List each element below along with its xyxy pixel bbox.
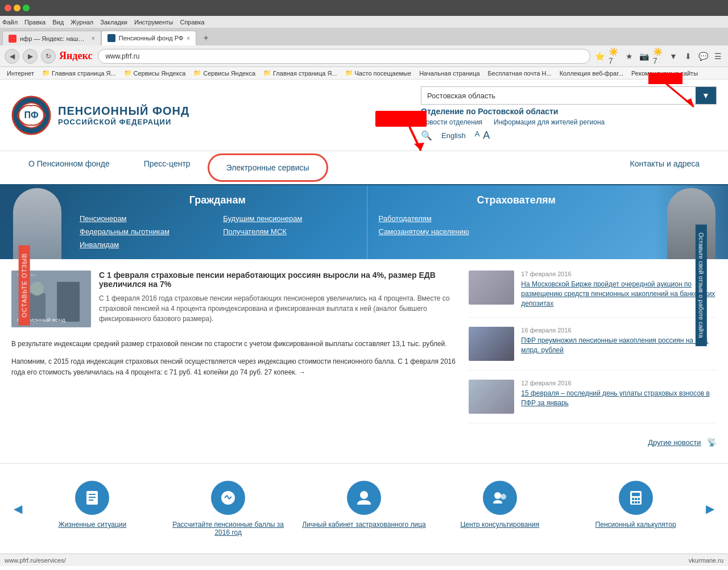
minimize-button[interactable]: [14, 5, 20, 11]
logo-area: ПФ ПЕНСИОННЫЙ ФОНД РОССИЙСКОЙ ФЕДЕРАЦИИ: [11, 95, 189, 135]
menu-tools[interactable]: Инструменты: [134, 19, 173, 26]
download-icon[interactable]: ⬇: [682, 51, 694, 62]
service-item-calculator[interactable]: Пенсионный калькулятор: [568, 475, 704, 542]
menu-help[interactable]: Справка: [180, 19, 204, 26]
region-dropdown-arrow[interactable]: ▼: [696, 87, 716, 104]
services-right-arrow[interactable]: ▶: [704, 475, 717, 542]
bookmark-home[interactable]: Начальная страница: [416, 69, 483, 78]
browser-toolbar: ◀ ▶ ↻ Яндекс www.pfrf.ru ⭐ ☀️7 ★ 📷 ☀️7 ▼…: [0, 45, 728, 67]
service-icon-calculator: [619, 481, 653, 515]
hero-content: Гражданам Пенсионерам Будущим пенсионера…: [0, 185, 728, 259]
hero-link-msk-recipients[interactable]: Получателям МСК: [223, 227, 355, 236]
hero-employers-links: Работодателям Самозанятому населению: [379, 214, 655, 236]
back-button[interactable]: ◀: [5, 49, 19, 64]
hero-link-pensioners[interactable]: Пенсионерам: [80, 214, 212, 223]
svg-point-19: [500, 494, 506, 500]
rss-icon[interactable]: 📡: [707, 438, 717, 447]
menu-journal[interactable]: Журнал: [71, 19, 93, 26]
screenshot-icon[interactable]: 📷: [638, 51, 650, 62]
menu-icon[interactable]: ☰: [712, 51, 723, 62]
menu-bookmarks[interactable]: Закладки: [100, 19, 127, 26]
main-news-item: ПЕНСИОННЫЙ ФОНД OF THE RU... С 1 февраля…: [11, 271, 457, 327]
svg-rect-27: [638, 501, 640, 504]
tab-pfrf[interactable]: Пенсионный фонд РФ ×: [101, 31, 196, 45]
hero-link-future-pensioners[interactable]: Будущим пенсионерам: [223, 214, 355, 223]
region-info: Отделение по Ростовской области: [421, 107, 717, 116]
bookmark-internet[interactable]: Интернет: [3, 69, 38, 78]
svg-rect-24: [638, 498, 640, 500]
region-selector[interactable]: Ростовская область ▼: [421, 86, 717, 105]
bookmark-webfrag[interactable]: Коллекция веб-фраг...: [556, 69, 627, 78]
region-info-link[interactable]: Информация для жителей региона: [494, 118, 605, 126]
nav-item-press[interactable]: Пресс-центр: [127, 151, 208, 184]
status-site-label: vkurmane.ru: [689, 557, 723, 564]
feedback-tab-right[interactable]: Оставьте свой отзыв о работе сайта: [696, 224, 707, 346]
more-news-link[interactable]: Другие новости: [648, 438, 701, 447]
font-small-button[interactable]: А: [475, 130, 480, 142]
service-label-personal: Личный кабинет застрахованного лица: [302, 521, 425, 529]
maximize-button[interactable]: [23, 5, 30, 11]
menu-file[interactable]: Файл: [2, 19, 18, 26]
news-para1: С 1 февраля 2016 года страховые пенсии н…: [99, 293, 457, 324]
browser-titlebar: [0, 0, 728, 16]
bookmark-icon[interactable]: ★: [623, 51, 635, 62]
tab-close-pfrf[interactable]: ×: [187, 35, 190, 41]
refresh-button[interactable]: ↻: [41, 49, 56, 64]
service-item-consulting[interactable]: Центр консультирования: [432, 475, 568, 542]
bookmark-recommended[interactable]: Рекомендуемые сайты: [628, 69, 701, 78]
window-controls: [5, 5, 30, 11]
site-header: ПФ ПЕНСИОННЫЙ ФОНД РОССИЙСКОЙ ФЕДЕРАЦИИ …: [0, 80, 728, 151]
hero-link-disabled[interactable]: Инвалидам: [80, 240, 212, 249]
service-icon-calc-balls: [211, 481, 245, 515]
region-news-link[interactable]: Новости отделения: [421, 118, 482, 126]
services-left-arrow[interactable]: ◀: [11, 475, 24, 542]
side-news-link-1[interactable]: На Московской Бирже пройдет очередной ау…: [521, 280, 717, 308]
forward-button[interactable]: ▶: [23, 49, 38, 64]
address-bar[interactable]: www.pfrf.ru: [98, 49, 590, 64]
side-news-image-2: [469, 327, 514, 361]
nav-item-eservices[interactable]: Электронные сервисы: [208, 153, 328, 182]
side-news-item-2: 16 февраля 2016 ПФР преумножил пенсионны…: [469, 327, 717, 371]
new-tab-button[interactable]: +: [198, 31, 213, 45]
svg-point-17: [360, 491, 368, 499]
side-news-link-2[interactable]: ПФР преумножил пенсионные накопления рос…: [521, 336, 717, 355]
nav-item-about[interactable]: О Пенсионном фонде: [11, 151, 127, 184]
content-left: ПЕНСИОННЫЙ ФОНД OF THE RU... С 1 февраля…: [11, 271, 457, 452]
pocket-icon[interactable]: ▼: [668, 51, 679, 62]
side-news-text-1: 17 февраля 2016 На Московской Бирже прой…: [521, 271, 717, 308]
nav-electronic-wrapper: Электронные сервисы: [208, 151, 328, 184]
service-item-personal[interactable]: Личный кабинет застрахованного лица: [296, 475, 432, 542]
hero-link-federal-beneficiaries[interactable]: Федеральным льготникам: [80, 227, 212, 236]
bookmark-yandex-services2[interactable]: 📁 Сервисы Яндекса: [190, 68, 259, 78]
service-icon-consulting: [483, 481, 517, 515]
chat-icon[interactable]: 💬: [697, 51, 709, 62]
menu-view[interactable]: Вид: [52, 19, 64, 26]
bookmark-yandex-main2[interactable]: 📁 Главная страница Я...: [260, 68, 341, 78]
svg-point-18: [494, 492, 501, 499]
bookmark-yandex-main[interactable]: 📁 Главная страница Я...: [39, 68, 119, 78]
side-news-date-3: 12 февраля 2016: [521, 380, 717, 386]
bookmark-email[interactable]: Бесплатная почта Н...: [485, 69, 555, 78]
language-link[interactable]: English: [441, 131, 466, 140]
side-news-link-3[interactable]: 15 февраля – последний день уплаты страх…: [521, 389, 717, 408]
bookmark-yandex-services1[interactable]: 📁 Сервисы Яндекса: [121, 68, 189, 78]
region-text: Ростовская область: [421, 88, 696, 103]
svg-rect-25: [632, 501, 634, 504]
browser-menu-bar: Файл Правка Вид Журнал Закладки Инструме…: [0, 16, 728, 28]
bookmark-frequent[interactable]: 📁 Часто посещаемые: [342, 68, 415, 78]
nav-item-contacts[interactable]: Контакты и адреса: [613, 151, 717, 184]
tab-yandex-label: нфр — Яндекс: нашлос: 4 5...: [20, 35, 88, 42]
hero-link-employers[interactable]: Работодателям: [379, 214, 655, 223]
svg-rect-9: [57, 282, 80, 322]
service-item-life[interactable]: Жизненные ситуации: [24, 475, 160, 542]
star-icon[interactable]: ⭐: [594, 51, 605, 62]
tab-close-yandex[interactable]: ×: [92, 35, 95, 41]
font-large-button[interactable]: А: [483, 130, 490, 142]
menu-edit[interactable]: Правка: [24, 19, 46, 26]
tab-yandex[interactable]: нфр — Яндекс: нашлос: 4 5... ×: [2, 31, 101, 45]
hero-link-self-employed[interactable]: Самозанятому населению: [379, 227, 655, 236]
search-button[interactable]: 🔍: [421, 130, 432, 141]
feedback-tab-left[interactable]: ОСТАВЬТЕ ОТЗЫВ: [19, 245, 30, 325]
service-item-calc-balls[interactable]: Рассчитайте пенсионные баллы за 2016 год: [160, 475, 296, 542]
close-button[interactable]: [5, 5, 11, 11]
